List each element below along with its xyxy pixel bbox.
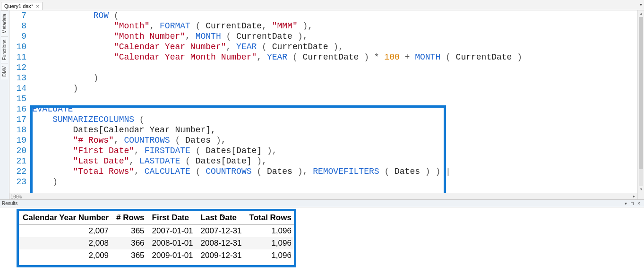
- cell-cyn: 2,007: [19, 225, 112, 238]
- line-number: 17: [9, 114, 30, 125]
- code-line[interactable]: "# Rows", COUNTROWS ( Dates ),: [30, 135, 644, 146]
- scroll-down-icon[interactable]: ▾: [638, 186, 644, 193]
- code-line[interactable]: "First Date", FIRSTDATE ( Dates[Date] ),: [30, 146, 644, 156]
- cell-last-date: 2007-12-31: [197, 225, 246, 238]
- app-root: Query1.dax* × ▾ Metadata Functions DMV 7…: [0, 0, 644, 274]
- cell-rows: 365: [112, 249, 148, 262]
- line-number: 10: [9, 42, 30, 52]
- side-tool-tabs: Metadata Functions DMV: [0, 10, 9, 199]
- cell-total-rows: 1,096: [246, 225, 295, 238]
- table-row[interactable]: 2,009 365 2009-01-01 2009-12-31 1,096: [19, 249, 295, 262]
- cell-cyn: 2,008: [19, 237, 112, 249]
- line-number: 14: [9, 83, 30, 94]
- line-number: 13: [9, 73, 30, 83]
- cell-rows: 365: [112, 225, 148, 238]
- line-number: 20: [9, 146, 30, 156]
- cell-cyn: 2,009: [19, 249, 112, 262]
- sidetab-metadata[interactable]: Metadata: [1, 10, 8, 36]
- results-grid-wrap: Calendar Year Number # Rows First Date L…: [0, 207, 644, 274]
- results-header: Results ▾ ⊓ ×: [0, 200, 644, 207]
- cell-first-date: 2007-01-01: [148, 225, 197, 238]
- main-area: Metadata Functions DMV 7 ROW (8 "Month",…: [0, 10, 644, 199]
- code-line[interactable]: EVALUATE: [30, 104, 644, 114]
- col-total-rows[interactable]: Total Rows: [246, 211, 295, 225]
- results-pin-icon[interactable]: ⊓: [629, 201, 635, 206]
- close-icon[interactable]: ×: [36, 3, 39, 9]
- code-line[interactable]: ROW (: [30, 10, 644, 21]
- scroll-thumb[interactable]: [639, 17, 643, 169]
- editor-scrollbar-vertical[interactable]: ▴ ▾: [637, 10, 644, 199]
- scroll-right-icon[interactable]: ▸: [631, 194, 637, 198]
- line-number: 21: [9, 156, 30, 166]
- tab-query1[interactable]: Query1.dax* ×: [1, 2, 43, 10]
- line-number: 8: [9, 21, 30, 31]
- tab-title: Query1.dax*: [4, 3, 33, 9]
- cell-rows: 366: [112, 237, 148, 249]
- line-number: 22: [9, 166, 30, 177]
- col-calendar-year-number[interactable]: Calendar Year Number: [19, 211, 112, 225]
- editor-zoom-status: 100%: [10, 194, 22, 199]
- code-line[interactable]: "Month", FORMAT ( CurrentDate, "MMM" ),: [30, 21, 644, 31]
- results-dropdown-icon[interactable]: ▾: [622, 201, 629, 206]
- line-number: 12: [9, 62, 30, 73]
- cell-first-date: 2008-01-01: [148, 237, 197, 249]
- scroll-track[interactable]: [639, 17, 643, 186]
- code-line[interactable]: "Calendar Year Number", YEAR ( CurrentDa…: [30, 42, 644, 52]
- table-row[interactable]: 2,008 366 2008-01-01 2008-12-31 1,096: [19, 237, 295, 249]
- table-row[interactable]: 2,007 365 2007-01-01 2007-12-31 1,096: [19, 225, 295, 238]
- line-number: 19: [9, 135, 30, 146]
- results-close-icon[interactable]: ×: [635, 201, 642, 206]
- code-lines: 7 ROW (8 "Month", FORMAT ( CurrentDate, …: [9, 10, 644, 187]
- tabstrip-overflow-icon[interactable]: ▾: [640, 2, 642, 7]
- results-title: Results: [2, 201, 622, 206]
- code-line[interactable]: SUMMARIZECOLUMNS (: [30, 114, 644, 125]
- cell-total-rows: 1,096: [246, 237, 295, 249]
- col-first-date[interactable]: First Date: [148, 211, 197, 225]
- results-panel: Results ▾ ⊓ × Calendar Year Number # Row…: [0, 199, 644, 274]
- code-line[interactable]: "Last Date", LASTDATE ( Dates[Date] ),: [30, 156, 644, 166]
- line-number: 11: [9, 52, 30, 62]
- line-number: 15: [9, 94, 30, 104]
- col-last-date[interactable]: Last Date: [197, 211, 246, 225]
- code-line[interactable]: ): [30, 83, 644, 94]
- cell-last-date: 2008-12-31: [197, 237, 246, 249]
- sidetab-functions[interactable]: Functions: [1, 36, 8, 63]
- line-number: 23: [9, 177, 30, 187]
- code-line[interactable]: [30, 94, 644, 104]
- line-number: 9: [9, 31, 30, 42]
- col-rows[interactable]: # Rows: [112, 211, 148, 225]
- line-number: 18: [9, 125, 30, 135]
- cell-total-rows: 1,096: [246, 249, 295, 262]
- code-line[interactable]: "Total Rows", CALCULATE ( COUNTROWS ( Da…: [30, 166, 644, 177]
- line-number: 7: [9, 10, 30, 21]
- sidetab-dmv[interactable]: DMV: [1, 63, 8, 79]
- code-line[interactable]: ): [30, 73, 644, 83]
- cell-last-date: 2009-12-31: [197, 249, 246, 262]
- code-line[interactable]: "Month Number", MONTH ( CurrentDate ),: [30, 31, 644, 42]
- cell-first-date: 2009-01-01: [148, 249, 197, 262]
- code-line[interactable]: "Calendar Year Month Number", YEAR ( Cur…: [30, 52, 644, 62]
- code-line[interactable]: Dates[Calendar Year Number],: [30, 125, 644, 135]
- code-line[interactable]: ): [30, 177, 644, 187]
- document-tabstrip: Query1.dax* × ▾: [0, 0, 644, 10]
- editor-scrollbar-horizontal[interactable]: 100% ▸: [9, 193, 637, 199]
- scroll-up-icon[interactable]: ▴: [638, 10, 644, 17]
- code-editor[interactable]: 7 ROW (8 "Month", FORMAT ( CurrentDate, …: [9, 10, 644, 199]
- line-number: 16: [9, 104, 30, 114]
- results-grid[interactable]: Calendar Year Number # Rows First Date L…: [19, 211, 295, 262]
- results-header-row: Calendar Year Number # Rows First Date L…: [19, 211, 295, 225]
- code-editor-viewport[interactable]: 7 ROW (8 "Month", FORMAT ( CurrentDate, …: [9, 10, 644, 199]
- code-line[interactable]: [30, 62, 644, 73]
